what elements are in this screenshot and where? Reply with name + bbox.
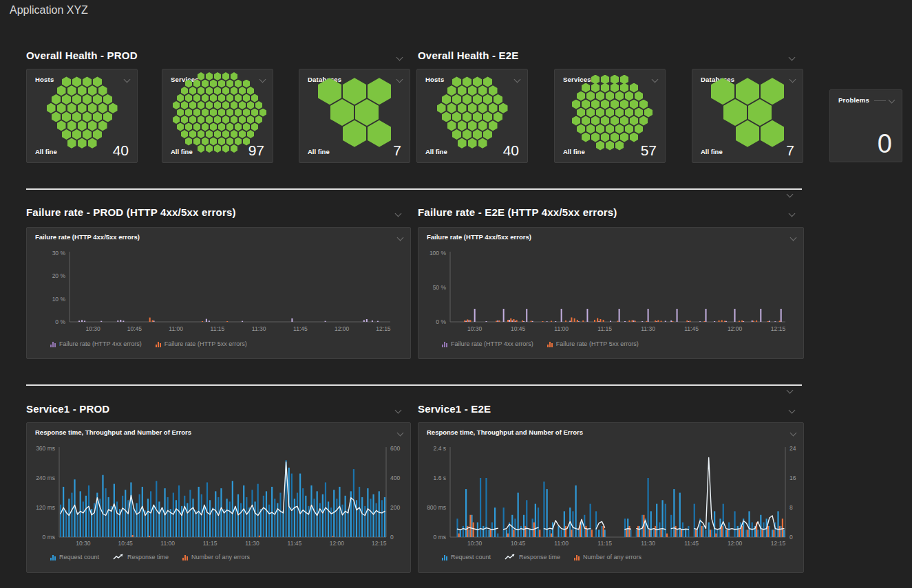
health-status-label: All fine: [563, 148, 585, 155]
svg-text:10:45: 10:45: [127, 325, 142, 332]
healthy-hexagon: [218, 109, 225, 117]
chart-tile-failure_e2e[interactable]: Failure rate (HTTP 4xx/5xx errors)0 %50 …: [418, 227, 804, 359]
svg-text:10:30: 10:30: [467, 325, 482, 332]
chevron-down-icon[interactable]: [395, 210, 402, 217]
legend-item[interactable]: Number of any errors: [182, 554, 250, 560]
svg-text:12:15: 12:15: [771, 540, 786, 547]
legend-item[interactable]: Number of any errors: [574, 554, 641, 560]
svg-text:1.6 s: 1.6 s: [434, 475, 446, 481]
healthy-hexagon: [630, 133, 638, 142]
healthy-hexagon: [226, 109, 233, 117]
chart-tile-service_e2e[interactable]: Response time, Throughput and Number of …: [418, 422, 804, 573]
dashboard: Application XYZ Overall Health - PROD Ov…: [0, 0, 912, 588]
chevron-down-icon[interactable]: [789, 54, 796, 61]
bar-series-icon: [156, 342, 161, 347]
legend-item[interactable]: Failure rate (HTTP 4xx errors): [442, 340, 533, 347]
svg-text:11:30: 11:30: [245, 540, 259, 547]
entity-count: 97: [248, 142, 264, 159]
health-tile-e2e-databases[interactable]: DatabasesAll fine7: [692, 69, 803, 163]
chart-title: Failure rate (HTTP 4xx/5xx errors): [427, 233, 531, 241]
entity-count: 40: [503, 142, 519, 159]
legend-item[interactable]: Request count: [442, 554, 491, 560]
svg-text:11:15: 11:15: [211, 325, 225, 332]
chevron-down-icon[interactable]: [787, 191, 794, 198]
health-tile-e2e-hosts[interactable]: HostsAll fine40: [416, 69, 528, 163]
legend-item[interactable]: Request count: [50, 554, 99, 560]
chevron-down-icon[interactable]: [790, 430, 797, 437]
svg-text:2.4 s: 2.4 s: [434, 445, 446, 452]
chevron-down-icon[interactable]: [790, 235, 797, 241]
health-status-label: All fine: [308, 148, 330, 155]
legend-item[interactable]: Failure rate (HTTP 4xx errors): [50, 340, 142, 347]
svg-text:11:00: 11:00: [554, 325, 569, 332]
healthy-hexagon: [606, 108, 614, 118]
health-tile-prod-hosts[interactable]: HostsAll fine40: [26, 69, 138, 163]
chevron-down-icon[interactable]: [789, 210, 796, 217]
problems-count: 0: [878, 129, 892, 159]
svg-text:11:15: 11:15: [597, 540, 612, 547]
line-series-icon: [113, 554, 124, 560]
healthy-hexagon: [577, 108, 585, 118]
bar-series-icon: [547, 342, 553, 347]
chart-canvas: 0 ms800 ms1.6 s2.4 s08162410:3010:4511:0…: [418, 444, 805, 555]
svg-text:10 %: 10 %: [52, 296, 66, 303]
healthy-hexagon: [243, 109, 250, 117]
chevron-down-icon[interactable]: [397, 235, 404, 241]
health-tile-prod-databases[interactable]: DatabasesAll fine7: [299, 69, 410, 163]
legend-item[interactable]: Failure rate (HTTP 5xx errors): [547, 340, 639, 347]
healthy-hexagon: [210, 109, 217, 117]
section-title-failure-e2e: Failure rate - E2E (HTTP 4xx/5xx errors): [418, 206, 617, 218]
health-tile-prod-services[interactable]: ServicesAll fine97: [162, 69, 273, 163]
svg-text:360 ms: 360 ms: [36, 445, 55, 452]
legend-label: Request count: [59, 554, 99, 560]
svg-text:10:45: 10:45: [118, 540, 134, 547]
svg-text:0: 0: [390, 534, 394, 541]
healthy-hexagon: [214, 144, 221, 153]
svg-text:20 %: 20 %: [52, 272, 66, 279]
svg-text:200: 200: [390, 504, 400, 511]
svg-text:0 ms: 0 ms: [43, 534, 55, 541]
honeycomb-health-visual: [162, 80, 273, 144]
bar-series-icon: [442, 342, 447, 347]
chevron-down-icon[interactable]: [395, 407, 402, 414]
bar-series-icon: [182, 555, 188, 560]
healthy-hexagon: [582, 133, 590, 142]
problems-tile-title: Problems: [838, 96, 869, 104]
healthy-hexagon: [259, 109, 266, 117]
chevron-down-icon[interactable]: [787, 387, 794, 394]
healthy-hexagon: [478, 138, 487, 149]
legend-item[interactable]: Response time: [113, 554, 169, 560]
problems-tile[interactable]: Problems 0: [829, 89, 902, 162]
svg-text:11:45: 11:45: [288, 540, 302, 547]
health-tile-e2e-services[interactable]: ServicesAll fine57: [554, 69, 666, 163]
chart-tile-failure_prod[interactable]: Failure rate (HTTP 4xx/5xx errors)0 %10 …: [26, 227, 411, 359]
page-title: Application XYZ: [10, 4, 88, 17]
healthy-hexagon: [231, 144, 237, 153]
chevron-down-icon[interactable]: [397, 430, 404, 437]
chevron-down-icon[interactable]: [396, 54, 403, 61]
bar-series-icon: [50, 555, 56, 560]
chevron-down-icon[interactable]: [789, 407, 796, 414]
chart-legend: Request countResponse timeNumber of any …: [442, 554, 641, 560]
chevron-down-icon[interactable]: [889, 97, 895, 104]
healthy-hexagon: [468, 138, 477, 149]
healthy-hexagon: [206, 144, 213, 153]
svg-text:11:00: 11:00: [169, 325, 183, 332]
legend-item[interactable]: Response time: [505, 554, 560, 560]
svg-text:800 ms: 800 ms: [427, 504, 446, 511]
svg-text:10:45: 10:45: [511, 325, 526, 332]
honeycomb-health-visual: [299, 80, 410, 144]
legend-label: Request count: [451, 554, 491, 560]
healthy-hexagon: [202, 109, 209, 117]
healthy-hexagon: [761, 120, 784, 147]
legend-label: Failure rate (HTTP 4xx errors): [451, 340, 533, 347]
bar-series-icon: [442, 555, 447, 560]
healthy-hexagon: [596, 108, 604, 118]
section-title-failure-prod: Failure rate - PROD (HTTP 4xx/5xx errors…: [26, 206, 236, 218]
healthy-hexagon: [606, 141, 614, 151]
svg-text:600: 600: [390, 445, 400, 452]
section-title-service1-e2e: Service1 - E2E: [418, 403, 491, 415]
chart-tile-service_prod[interactable]: Response time, Throughput and Number of …: [26, 422, 411, 573]
legend-item[interactable]: Failure rate (HTTP 5xx errors): [156, 340, 247, 347]
svg-text:0 ms: 0 ms: [434, 534, 446, 541]
